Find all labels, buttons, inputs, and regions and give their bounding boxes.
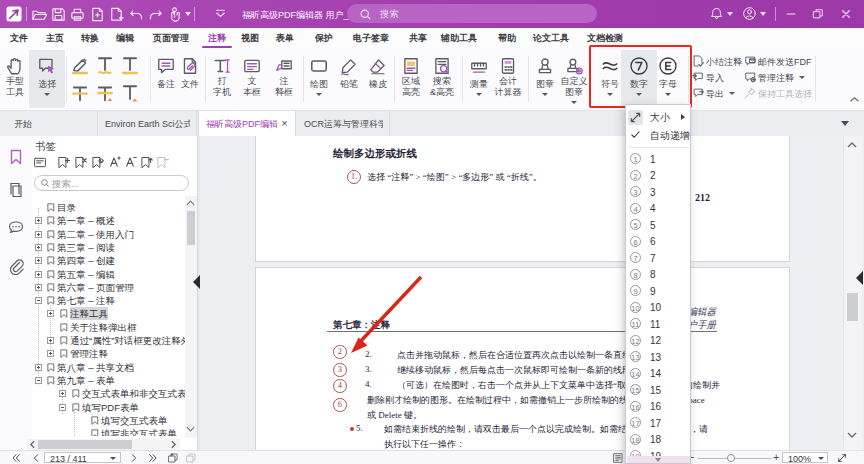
menu-item-auto-increment[interactable]: 自动递增: [626, 127, 690, 144]
expand-all-icon[interactable]: [107, 155, 122, 170]
menu-item-number-18[interactable]: 1818: [626, 433, 690, 450]
bookmark-item[interactable]: 注释工具: [32, 307, 186, 320]
menu-item-number-13[interactable]: 1313: [626, 350, 690, 367]
collapse-icon[interactable]: [59, 404, 66, 411]
ribbon-button-eraser[interactable]: 橡皮: [360, 50, 396, 108]
page-number-field[interactable]: 213 / 411: [44, 452, 121, 463]
close-button[interactable]: [839, 7, 853, 21]
tab-list-caret[interactable]: [841, 121, 849, 126]
panel-comments-icon[interactable]: [7, 219, 25, 237]
prev-page-icon[interactable]: [30, 452, 42, 464]
open-folder-icon[interactable]: [31, 6, 48, 23]
account-caret[interactable]: [760, 12, 766, 16]
document-view[interactable]: 绘制多边形或折线1.选择 “注释” > “绘图” > “多边形” 或 “折线”。…: [200, 136, 843, 450]
bookmark-item[interactable]: 第二章 – 使用入门: [32, 228, 186, 241]
touch-mode-caret[interactable]: [185, 12, 191, 16]
menu-item-number-3[interactable]: 33: [626, 185, 690, 202]
expand-icon[interactable]: [35, 217, 42, 224]
single-page-view-icon[interactable]: [612, 452, 624, 464]
menu-item-number-10[interactable]: 1010: [626, 301, 690, 318]
document-tab-2[interactable]: Environ Earth Sci公式.p...: [98, 111, 197, 137]
bookmark-item[interactable]: 填写交互式表单: [32, 414, 186, 427]
bookmark-item[interactable]: 第七章 – 注释: [32, 294, 186, 307]
menu-item-number-9[interactable]: 99: [626, 284, 690, 301]
undo-icon[interactable]: [128, 6, 145, 23]
bell-caret[interactable]: [727, 12, 733, 16]
customize-toolbar-icon[interactable]: [212, 6, 229, 23]
bookmark-item[interactable]: 第八章 – 共享文档: [32, 361, 186, 374]
menu-item-number-1[interactable]: 11: [626, 152, 690, 169]
next-page-icon[interactable]: [128, 452, 140, 464]
menu-tab-保护[interactable]: 保护: [315, 32, 333, 45]
page-field-caret[interactable]: [110, 457, 116, 460]
collapse-icon[interactable]: [35, 297, 42, 304]
expand-icon[interactable]: [35, 284, 42, 291]
expand-icon[interactable]: [47, 350, 54, 357]
locate-bookmark-icon[interactable]: [90, 155, 105, 170]
document-tab-1[interactable]: 开始: [0, 111, 98, 137]
restore-button[interactable]: [811, 7, 825, 21]
delete-bookmark-icon[interactable]: [73, 155, 88, 170]
menu-tab-表单[interactable]: 表单: [276, 32, 294, 45]
ribbon-button-strikeout[interactable]: [69, 82, 91, 104]
bookmark-item[interactable]: 目录: [32, 201, 186, 214]
last-page-icon[interactable]: [147, 452, 159, 464]
save-icon[interactable]: [50, 6, 67, 23]
ribbon-button-insert-text[interactable]: [119, 82, 141, 104]
bookmark-item[interactable]: 填写PDF表单: [32, 401, 186, 414]
menu-tab-文档检测[interactable]: 文档检测: [587, 32, 623, 45]
menu-tab-帮助[interactable]: 帮助: [498, 32, 516, 45]
bookmarks-horizontal-scrollbar[interactable]: [27, 439, 180, 450]
menu-item-number-2[interactable]: 22: [626, 169, 690, 186]
right-panel-collapse-arrow[interactable]: [856, 271, 863, 285]
ribbon-button-underline[interactable]: [119, 54, 141, 76]
menu-tab-视图[interactable]: 视图: [241, 32, 259, 45]
zoom-in-button[interactable]: +: [773, 451, 779, 463]
expand-icon[interactable]: [35, 231, 42, 238]
document-scrollbar[interactable]: [843, 136, 862, 450]
create-pdf-icon[interactable]: [108, 6, 125, 23]
bookmark-item[interactable]: 第三章 – 阅读: [32, 241, 186, 254]
bell-icon[interactable]: [709, 6, 724, 21]
ribbon-button-replace-text[interactable]: [94, 82, 116, 104]
print-icon[interactable]: [69, 6, 86, 23]
bookmark-item[interactable]: 管理注释: [32, 347, 186, 360]
touch-mode-icon[interactable]: [166, 6, 183, 23]
new-window-icon[interactable]: [167, 452, 179, 464]
bookmark-item[interactable]: 通过“属性”对话框更改注释外观: [32, 334, 186, 347]
menu-tab-辅助工具[interactable]: 辅助工具: [441, 32, 477, 45]
panel-pages-icon[interactable]: [7, 181, 25, 199]
menu-tab-注释[interactable]: 注释: [208, 32, 226, 45]
zoom-field-caret[interactable]: [818, 457, 824, 460]
scroll-left-icon[interactable]: [30, 440, 35, 449]
bookmark-item[interactable]: 关于注释弹出框: [32, 321, 186, 334]
bookmark-item[interactable]: 第九章 – 表单: [32, 374, 186, 387]
menu-item-number-7[interactable]: 77: [626, 251, 690, 268]
expand-icon[interactable]: [35, 244, 42, 251]
bookmark-item[interactable]: 第一章 – 概述: [32, 214, 186, 227]
menu-tab-主页[interactable]: 主页: [46, 32, 64, 45]
bookmark-item[interactable]: 填写非交互式表单: [32, 427, 186, 436]
menu-item-number-17[interactable]: 1717: [626, 416, 690, 433]
ribbon-button-calculator[interactable]: 会计 计算器: [490, 50, 526, 108]
panel-bookmarks-icon[interactable]: [7, 148, 25, 166]
bookmarks-search-box[interactable]: 搜索...: [34, 175, 189, 191]
split-view-icon[interactable]: [185, 452, 197, 464]
menu-item-number-14[interactable]: 1414: [626, 367, 690, 384]
scrollbar-thumb[interactable]: [187, 211, 195, 245]
tab-close-icon[interactable]: ×: [278, 117, 291, 130]
ribbon-button-callout[interactable]: 注 释框: [266, 50, 302, 108]
promote-bookmark-icon[interactable]: [139, 155, 154, 170]
menu-item-number-8[interactable]: 88: [626, 268, 690, 285]
ribbon-button-file-attach[interactable]: 文件: [172, 50, 208, 108]
first-page-icon[interactable]: [10, 452, 22, 464]
menu-item-number-6[interactable]: 66: [626, 235, 690, 252]
menu-scroll-down[interactable]: [627, 456, 690, 463]
menu-item-number-15[interactable]: 1515: [626, 383, 690, 400]
menu-item-number-12[interactable]: 1212: [626, 334, 690, 351]
expand-icon[interactable]: [47, 310, 54, 317]
expand-icon[interactable]: [35, 364, 42, 371]
menu-tab-论文工具[interactable]: 论文工具: [533, 32, 569, 45]
bookmark-item[interactable]: 第六章 – 页面管理: [32, 281, 186, 294]
expand-icon[interactable]: [47, 337, 54, 344]
